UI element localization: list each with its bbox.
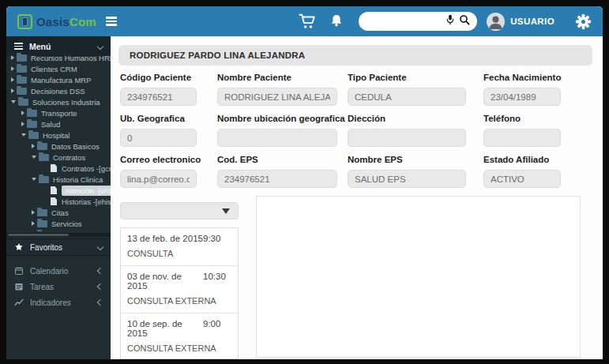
tree-item-label: Salud bbox=[41, 120, 60, 129]
sidebar-item-favoritos[interactable]: Favoritos bbox=[6, 238, 111, 256]
form-field: Código Paciente bbox=[120, 73, 217, 106]
consultation-time: 9:00 bbox=[203, 319, 231, 338]
form-field: Estado Afiliado bbox=[483, 155, 603, 188]
sidebar-tree-item[interactable]: Salud bbox=[6, 118, 111, 129]
field-input[interactable] bbox=[217, 129, 337, 147]
app-window: OasisCom bbox=[6, 6, 603, 359]
field-input[interactable] bbox=[348, 129, 466, 147]
field-input[interactable] bbox=[348, 88, 466, 106]
tree-item-label: Clientes CRM bbox=[31, 65, 77, 73]
field-label: Código Paciente bbox=[120, 73, 217, 82]
consultation-list-item[interactable]: 13 de feb. de 2015 9:30 CONSULTA bbox=[121, 228, 238, 266]
username-label: USUARIO bbox=[510, 17, 554, 26]
sidebar-tree-item[interactable]: Hospital bbox=[6, 129, 111, 141]
tree-caret-icon bbox=[11, 66, 14, 71]
field-input[interactable] bbox=[120, 170, 197, 188]
sidebar-tree-item[interactable]: Transporte bbox=[6, 107, 111, 118]
sidebar-tree-item[interactable]: Manufactura MRP bbox=[6, 74, 111, 85]
sidebar: Menú Recursos Humanos HRM Clientes CRM M… bbox=[6, 36, 111, 359]
tree-caret-icon bbox=[11, 88, 14, 93]
tree-caret-icon bbox=[11, 77, 14, 82]
tree-item-label: Servicios bbox=[51, 220, 82, 228]
sidebar-horizontal-scrollbar[interactable] bbox=[6, 233, 111, 237]
sidebar-tree-item[interactable]: Historia Clinica bbox=[6, 174, 111, 185]
field-input[interactable] bbox=[120, 129, 197, 147]
form-field: Correo electronico bbox=[120, 155, 217, 188]
screenshot-frame: OasisCom bbox=[0, 0, 609, 364]
sidebar-tree-item[interactable]: Historias -[ehis] bbox=[6, 196, 111, 207]
consultation-type: CONSULTA bbox=[127, 249, 231, 258]
tree-node-icon bbox=[39, 154, 49, 161]
sidebar-tree-item[interactable]: Hospitalización bbox=[6, 229, 111, 231]
search-input[interactable] bbox=[365, 13, 444, 29]
settings-gear-icon[interactable] bbox=[575, 13, 592, 30]
field-input[interactable] bbox=[348, 170, 466, 188]
consultation-time: 9:30 bbox=[203, 234, 231, 243]
sidebar-tree-item[interactable]: Decisiones DSS bbox=[6, 85, 111, 96]
form-field: Tipo Paciente bbox=[348, 73, 483, 106]
logo-icon bbox=[17, 14, 32, 29]
user-avatar[interactable] bbox=[487, 13, 505, 31]
logo-text-primary: Oasis bbox=[36, 15, 70, 28]
consultation-filter-dropdown[interactable] bbox=[120, 202, 239, 220]
sidebar-tree-item[interactable]: Recursos Humanos HRM bbox=[6, 52, 111, 63]
logo-text: OasisCom bbox=[36, 15, 96, 28]
tree-caret-icon bbox=[32, 210, 35, 215]
form-field: Cod. EPS bbox=[217, 155, 348, 188]
sidebar-item-label: Indicadores bbox=[30, 298, 98, 307]
global-search bbox=[359, 12, 477, 31]
sidebar-item-tareas[interactable]: Tareas bbox=[6, 279, 111, 295]
notifications-bell-icon[interactable] bbox=[329, 13, 344, 29]
sidebar-tree-item[interactable]: Atención -[ehis] bbox=[6, 185, 111, 196]
app-logo[interactable]: OasisCom bbox=[17, 14, 96, 29]
field-label: Tipo Paciente bbox=[348, 73, 483, 82]
tree-node-icon bbox=[51, 186, 57, 194]
sidebar-item-calendario[interactable]: Calendario bbox=[6, 263, 111, 279]
field-input[interactable] bbox=[120, 88, 197, 106]
sidebar-tree-item[interactable]: Citas bbox=[6, 207, 111, 218]
consultation-list-item[interactable]: 03 de nov. de 2015 10:30 CONSULTA EXTERN… bbox=[121, 266, 238, 313]
tree-node-icon bbox=[17, 54, 27, 62]
microphone-icon[interactable] bbox=[444, 13, 457, 29]
form-field: Nombre EPS bbox=[348, 155, 483, 188]
field-input[interactable] bbox=[483, 88, 561, 106]
tree-item-label: Historia Clinica bbox=[53, 175, 103, 184]
search-icon[interactable] bbox=[458, 13, 471, 29]
field-input[interactable] bbox=[217, 88, 337, 106]
sidebar-tree-item[interactable]: Datos Basicos bbox=[6, 141, 111, 152]
tree-node-icon bbox=[27, 121, 37, 128]
field-input[interactable] bbox=[483, 129, 561, 147]
field-label: Nombre EPS bbox=[348, 155, 483, 164]
field-input[interactable] bbox=[483, 170, 561, 188]
tree-item-label: Hospitalización bbox=[51, 231, 102, 232]
chevron-left-icon bbox=[97, 299, 103, 306]
sidebar-tree-item[interactable]: Clientes CRM bbox=[6, 63, 111, 74]
field-input[interactable] bbox=[217, 170, 337, 188]
sidebar-tree-item[interactable]: Contratos bbox=[6, 152, 111, 163]
tree-item-label: Soluciones Industria bbox=[32, 98, 100, 107]
tree-node-icon bbox=[51, 164, 57, 172]
tree-caret-icon bbox=[11, 100, 16, 103]
consultations-column: 13 de feb. de 2015 9:30 CONSULTA 03 de n… bbox=[120, 196, 239, 359]
form-field: Diección bbox=[348, 114, 483, 147]
tree-item-label: Citas bbox=[51, 208, 69, 217]
hamburger-menu-icon[interactable] bbox=[106, 15, 117, 28]
sidebar-tree-item[interactable]: Soluciones Industria bbox=[6, 96, 111, 107]
top-navbar: OasisCom bbox=[6, 6, 603, 36]
tree-caret-icon bbox=[21, 133, 26, 137]
consultation-list-item[interactable]: 10 de sep. de 2015 9:00 CONSULTA EXTERNA bbox=[121, 313, 238, 359]
tree-node-icon bbox=[17, 88, 27, 95]
tree-caret-icon bbox=[32, 156, 36, 159]
cart-icon[interactable] bbox=[299, 13, 316, 30]
sidebar-item-indicadores[interactable]: Indicadores bbox=[6, 295, 111, 310]
field-label: Teléfono bbox=[483, 114, 603, 123]
tree-caret-icon bbox=[32, 178, 36, 181]
tree-node-icon bbox=[39, 176, 49, 183]
consultation-date: 03 de nov. de 2015 bbox=[127, 272, 203, 291]
form-field: Nombre ubicación geografica bbox=[217, 114, 348, 147]
sidebar-tree-item[interactable]: Servicios bbox=[6, 218, 111, 229]
scrollbar-thumb[interactable] bbox=[8, 234, 69, 236]
consultation-date: 13 de feb. de 2015 bbox=[127, 234, 203, 243]
sidebar-tree-item[interactable]: Contratos -[gcnt] bbox=[6, 163, 111, 174]
tree-item-label: Atención -[ehis] bbox=[62, 186, 111, 196]
